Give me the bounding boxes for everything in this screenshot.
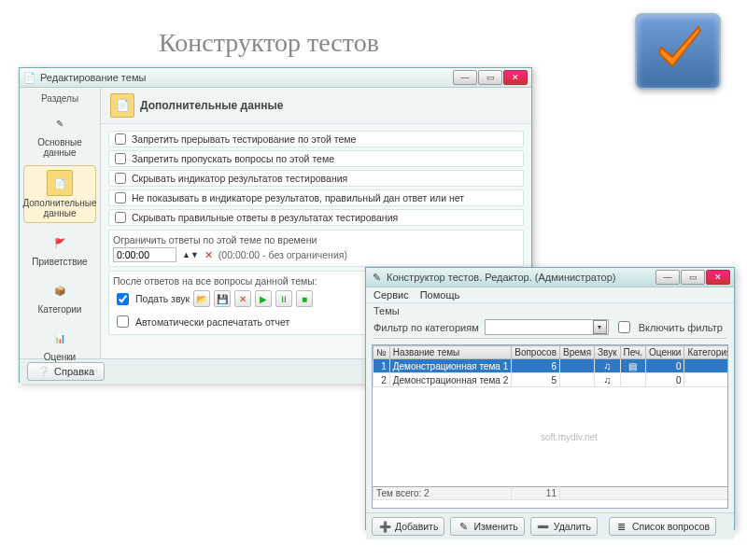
checkbox[interactable] bbox=[115, 153, 126, 164]
opt-forbid-skip[interactable]: Запретить пропускать вопросы по этой тем… bbox=[108, 150, 524, 167]
sidebar-item-label: Категории bbox=[38, 304, 82, 315]
pencil-icon: ✎ bbox=[457, 520, 470, 533]
sound-icon: ♫ bbox=[595, 359, 621, 373]
checkbox[interactable] bbox=[117, 315, 129, 328]
menubar: Сервис Помощь bbox=[366, 287, 734, 303]
note-icon: 📄 bbox=[110, 93, 134, 118]
close-button[interactable]: ✕ bbox=[706, 270, 730, 285]
sound-checkbox[interactable] bbox=[117, 293, 129, 305]
time-group: Ограничить ответы по этой теме по времен… bbox=[108, 230, 524, 267]
window-editor: ✎ Конструктор тестов. Редактор. (Админис… bbox=[365, 267, 735, 530]
window-title: Конструктор тестов. Редактор. (Администр… bbox=[387, 272, 615, 283]
titlebar[interactable]: 📄 Редактирование темы — ▭ ✕ bbox=[20, 68, 531, 88]
sidebar-item-additional[interactable]: 📄 Дополнительные данные bbox=[23, 165, 96, 223]
note-icon: 📄 bbox=[47, 170, 73, 196]
menu-service[interactable]: Сервис bbox=[374, 289, 409, 301]
delete-button[interactable]: ➖Удалить bbox=[530, 517, 598, 536]
checkbox[interactable] bbox=[115, 173, 126, 184]
open-file-icon[interactable]: 📂 bbox=[193, 290, 210, 307]
grid-footer: Тем всего: 2 11 bbox=[374, 487, 729, 500]
sound-label: Подать звук bbox=[135, 293, 190, 304]
delete-sound-icon[interactable]: ✕ bbox=[234, 290, 251, 307]
watermark: soft.mydiv.net bbox=[374, 387, 729, 487]
enable-filter-label: Включить фильтр bbox=[639, 322, 723, 333]
table-row[interactable]: 2 Демонстрационная тема 2 5 ♫ 0 bbox=[374, 373, 729, 387]
group-header: 📄 Дополнительные данные bbox=[101, 88, 531, 124]
filter-label: Фильтр по категориям bbox=[374, 322, 479, 333]
menu-help[interactable]: Помощь bbox=[420, 289, 460, 301]
maximize-button[interactable]: ▭ bbox=[681, 270, 705, 285]
checkbox[interactable] bbox=[115, 212, 126, 223]
questions-list-button[interactable]: ≣Список вопросов bbox=[609, 517, 716, 536]
list-icon: ≣ bbox=[615, 520, 628, 533]
minimize-button[interactable]: — bbox=[453, 70, 477, 85]
add-button[interactable]: ➕Добавить bbox=[372, 517, 444, 536]
opt-hide-indicator[interactable]: Скрывать индикатор результатов тестирова… bbox=[108, 170, 524, 187]
box-icon: 📦 bbox=[48, 278, 72, 302]
app-icon: 📄 bbox=[23, 71, 36, 84]
print-icon: ▤ bbox=[620, 359, 645, 373]
minimize-button[interactable]: — bbox=[655, 270, 680, 285]
grid-header[interactable]: № Название темы Вопросов Время Звук Печ.… bbox=[374, 346, 729, 359]
titlebar[interactable]: ✎ Конструктор тестов. Редактор. (Админис… bbox=[366, 268, 734, 287]
sidebar-header: Разделы bbox=[20, 91, 100, 105]
enable-filter-checkbox[interactable] bbox=[618, 321, 630, 333]
category-combo[interactable]: ▾ bbox=[485, 319, 609, 335]
play-icon[interactable]: ▶ bbox=[255, 290, 272, 307]
chevron-down-icon[interactable]: ▾ bbox=[593, 320, 607, 334]
edit-button[interactable]: ✎Изменить bbox=[450, 517, 524, 536]
opt-hide-correct[interactable]: Не показывать в индикаторе результатов, … bbox=[108, 189, 524, 206]
plus-icon: ➕ bbox=[378, 520, 391, 533]
decorative-stripes bbox=[0, 411, 355, 560]
tab-themes[interactable]: Темы bbox=[374, 305, 726, 316]
clear-time-icon[interactable]: ✕ bbox=[204, 249, 213, 260]
sidebar-item-greeting[interactable]: 🚩 Приветствие bbox=[23, 227, 96, 271]
sound-icon: ♫ bbox=[595, 373, 621, 387]
window-title: Редактирование темы bbox=[40, 72, 146, 83]
time-input[interactable] bbox=[113, 247, 176, 262]
sidebar-item-categories[interactable]: 📦 Категории bbox=[23, 274, 96, 318]
time-label: Ограничить ответы по этой теме по времен… bbox=[113, 234, 519, 245]
sidebar-item-label: Дополнительные данные bbox=[22, 198, 96, 218]
window-footer: ➕Добавить ✎Изменить ➖Удалить ≣Список воп… bbox=[366, 512, 734, 539]
minus-icon: ➖ bbox=[537, 520, 550, 533]
maximize-button[interactable]: ▭ bbox=[478, 70, 502, 85]
pause-icon[interactable]: ⏸ bbox=[275, 290, 292, 307]
themes-grid[interactable]: № Название темы Вопросов Время Звук Печ.… bbox=[372, 344, 728, 509]
checkbox[interactable] bbox=[115, 192, 126, 203]
group-title: Дополнительные данные bbox=[140, 99, 283, 112]
chart-icon: 📊 bbox=[48, 326, 72, 350]
sidebar-item-label: Основные данные bbox=[25, 137, 94, 158]
help-icon: ❔ bbox=[37, 365, 50, 378]
opt-forbid-interrupt[interactable]: Запретить прерывать тестирование по этой… bbox=[108, 131, 524, 147]
stop-icon[interactable]: ■ bbox=[296, 290, 313, 307]
time-hint: (00:00:00 - без ограничения) bbox=[218, 249, 347, 260]
page-title: Конструктор тестов bbox=[159, 28, 379, 58]
pencil-icon: ✎ bbox=[48, 111, 72, 135]
opt-hide-answers[interactable]: Скрывать правильные ответы в результатах… bbox=[108, 209, 524, 226]
flag-icon: 🚩 bbox=[48, 231, 72, 255]
app-icon: ✎ bbox=[370, 271, 383, 284]
save-icon[interactable]: 💾 bbox=[214, 290, 231, 307]
sidebar-item-basic[interactable]: ✎ Основные данные bbox=[23, 107, 96, 161]
help-button[interactable]: ❔Справка bbox=[27, 362, 105, 381]
checkbox[interactable] bbox=[115, 133, 126, 145]
sidebar-item-label: Оценки bbox=[44, 352, 76, 362]
sidebar-item-label: Приветствие bbox=[32, 257, 87, 267]
sidebar: Разделы ✎ Основные данные 📄 Дополнительн… bbox=[20, 88, 101, 358]
close-button[interactable]: ✕ bbox=[503, 70, 528, 85]
table-row[interactable]: 1 Демонстрационная тема 1 6 ♫ ▤ 0 bbox=[374, 359, 729, 373]
sidebar-item-grades[interactable]: 📊 Оценки bbox=[23, 322, 96, 366]
checkmark-badge-icon bbox=[635, 13, 721, 90]
